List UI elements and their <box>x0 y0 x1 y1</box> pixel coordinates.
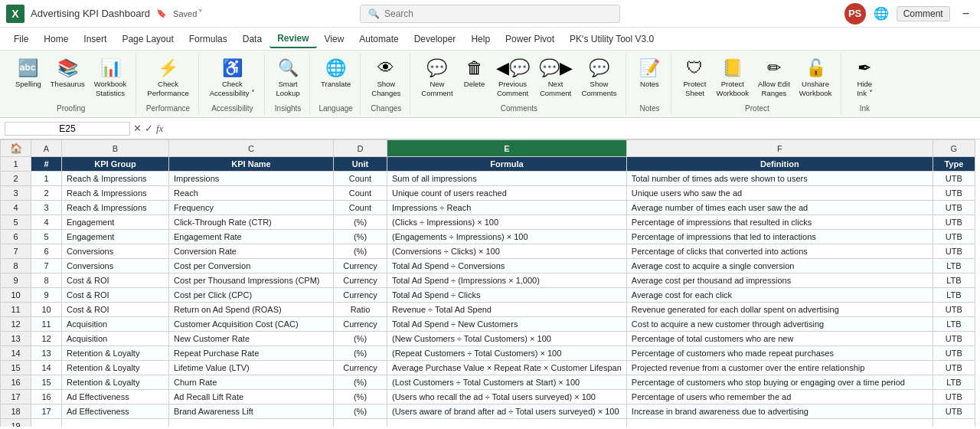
cell-type[interactable]: LTB <box>933 273 975 288</box>
cell-kpi-group[interactable]: Retention & Loyalty <box>62 361 169 375</box>
cell-formula[interactable]: (Lost Customers ÷ Total Customers at Sta… <box>387 375 627 390</box>
cell-empty[interactable] <box>334 419 387 427</box>
cell-kpi-name[interactable]: Brand Awareness Lift <box>169 404 334 419</box>
cell-kpi-group[interactable]: Ad Effectiveness <box>62 404 169 419</box>
cell-kpi-name[interactable]: Reach <box>169 186 334 201</box>
table-row[interactable]: 9 8 Cost & ROI Cost per Thousand Impress… <box>1 273 975 288</box>
cell-unit[interactable]: (%) <box>334 332 387 346</box>
table-row[interactable]: 17 16 Ad Effectiveness Ad Recall Lift Ra… <box>1 390 975 404</box>
cell-definition[interactable]: Percentage of total customers who are ne… <box>626 332 933 346</box>
cell-num[interactable]: 15 <box>31 375 62 390</box>
cell-kpi-group[interactable]: Conversions <box>62 259 169 273</box>
col-header-a[interactable]: A <box>31 140 62 157</box>
cell-unit[interactable]: (%) <box>334 346 387 361</box>
menu-item-view[interactable]: View <box>317 31 352 47</box>
cell-unit[interactable]: Currency <box>334 273 387 288</box>
insert-function-icon[interactable]: fx <box>156 123 163 135</box>
menu-item-home[interactable]: Home <box>36 31 76 47</box>
cell-kpi-group[interactable]: Reach & Impressions <box>62 172 169 186</box>
cell-num[interactable]: 6 <box>31 244 62 259</box>
cell-kpi-name[interactable]: Conversion Rate <box>169 244 334 259</box>
cell-formula[interactable]: Total Ad Spend ÷ Clicks <box>387 288 627 303</box>
cell-empty[interactable] <box>626 419 933 427</box>
cell-formula[interactable]: Average Purchase Value × Repeat Rate × C… <box>387 361 627 375</box>
cell-kpi-group[interactable]: Conversions <box>62 244 169 259</box>
table-row[interactable]: 6 5 Engagement Engagement Rate (%) (Enga… <box>1 230 975 244</box>
cell-unit[interactable]: (%) <box>334 244 387 259</box>
cell-empty[interactable] <box>387 419 627 427</box>
cell-formula[interactable]: Impressions ÷ Reach <box>387 201 627 215</box>
cell-kpi-group[interactable]: Engagement <box>62 230 169 244</box>
menu-item-help[interactable]: Help <box>463 31 498 47</box>
cell-num[interactable]: 7 <box>31 259 62 273</box>
table-row[interactable]: 11 10 Cost & ROI Return on Ad Spend (ROA… <box>1 303 975 317</box>
cell-unit[interactable]: (%) <box>334 215 387 230</box>
cell-kpi-group[interactable]: Acquisition <box>62 332 169 346</box>
cell-num[interactable]: 16 <box>31 390 62 404</box>
cell-formula[interactable]: Total Ad Spend ÷ (Impressions × 1,000) <box>387 273 627 288</box>
comment-button[interactable]: Comment <box>897 6 950 21</box>
cell-num[interactable]: 17 <box>31 404 62 419</box>
cell-kpi-name[interactable]: Return on Ad Spend (ROAS) <box>169 303 334 317</box>
ribbon-btn-check-accessibility-˅[interactable]: ♿Check Accessibility ˅ <box>207 57 258 99</box>
cell-kpi-name[interactable]: Frequency <box>169 201 334 215</box>
ribbon-btn-translate[interactable]: 🌐Translate <box>318 57 354 90</box>
cell-kpi-name[interactable]: Churn Rate <box>169 375 334 390</box>
cell-kpi-name[interactable]: Customer Acquisition Cost (CAC) <box>169 317 334 332</box>
menu-item-formulas[interactable]: Formulas <box>181 31 235 47</box>
cell-type[interactable]: LTB <box>933 288 975 303</box>
cell-num[interactable]: 14 <box>31 361 62 375</box>
ribbon-btn-allow-edit-ranges[interactable]: ✏Allow Edit Ranges <box>755 57 793 99</box>
cell-definition[interactable]: Percentage of customers who made repeat … <box>626 346 933 361</box>
table-row[interactable]: 4 3 Reach & Impressions Frequency Count … <box>1 201 975 215</box>
cell-definition[interactable]: Percentage of clicks that converted into… <box>626 244 933 259</box>
cell-kpi-group[interactable]: Retention & Loyalty <box>62 375 169 390</box>
cell-unit[interactable]: Currency <box>334 288 387 303</box>
cell-unit[interactable]: Currency <box>334 361 387 375</box>
menu-item-developer[interactable]: Developer <box>407 31 464 47</box>
cell-unit[interactable]: Count <box>334 201 387 215</box>
ribbon-btn-smart-lookup[interactable]: 🔍Smart Lookup <box>273 57 303 99</box>
cell-formula[interactable]: Sum of all impressions <box>387 172 627 186</box>
menu-item-pk's-utility-tool-v3.0[interactable]: PK's Utility Tool V3.0 <box>562 31 662 47</box>
cell-unit[interactable]: (%) <box>334 230 387 244</box>
cell-definition[interactable]: Cost to acquire a new customer through a… <box>626 317 933 332</box>
cell-formula[interactable]: (Clicks ÷ Impressions) × 100 <box>387 215 627 230</box>
cell-num[interactable]: 1 <box>31 172 62 186</box>
cell-type[interactable]: UTB <box>933 332 975 346</box>
table-row[interactable]: 10 9 Cost & ROI Cost per Click (CPC) Cur… <box>1 288 975 303</box>
cell-kpi-name[interactable]: Cost per Thousand Impressions (CPM) <box>169 273 334 288</box>
cell-unit[interactable]: (%) <box>334 390 387 404</box>
cell-definition[interactable]: Increase in brand awareness due to adver… <box>626 404 933 419</box>
cell-kpi-name[interactable]: Lifetime Value (LTV) <box>169 361 334 375</box>
cell-formula[interactable]: Revenue ÷ Total Ad Spend <box>387 303 627 317</box>
cell-unit[interactable]: Count <box>334 186 387 201</box>
col-header-g[interactable]: G <box>933 140 975 157</box>
cell-definition[interactable]: Percentage of customers who stop buying … <box>626 375 933 390</box>
cell-unit[interactable]: Currency <box>334 317 387 332</box>
cell-kpi-group[interactable]: Ad Effectiveness <box>62 390 169 404</box>
cell-kpi-group[interactable]: Cost & ROI <box>62 288 169 303</box>
table-row[interactable]: 16 15 Retention & Loyalty Churn Rate (%)… <box>1 375 975 390</box>
cell-num[interactable]: 9 <box>31 288 62 303</box>
table-row[interactable]: 8 7 Conversions Cost per Conversion Curr… <box>1 259 975 273</box>
cell-num[interactable]: 8 <box>31 273 62 288</box>
cell-type[interactable]: UTB <box>933 230 975 244</box>
menu-item-page-layout[interactable]: Page Layout <box>114 31 181 47</box>
cell-kpi-name[interactable]: Repeat Purchase Rate <box>169 346 334 361</box>
ribbon-btn-hide-ink-˅[interactable]: ✒Hide Ink ˅ <box>849 57 880 99</box>
cell-definition[interactable]: Total number of times ads were shown to … <box>626 172 933 186</box>
cell-formula[interactable]: Unique count of users reached <box>387 186 627 201</box>
cell-unit[interactable]: Count <box>334 172 387 186</box>
table-row[interactable]: 5 4 Engagement Click-Through Rate (CTR) … <box>1 215 975 230</box>
col-header-f[interactable]: F <box>626 140 933 157</box>
cell-formula[interactable]: (Engagements ÷ Impressions) × 100 <box>387 230 627 244</box>
ribbon-btn-show-comments[interactable]: 💬Show Comments <box>579 57 620 99</box>
search-bar[interactable]: 🔍 <box>360 5 620 23</box>
table-row[interactable]: 14 13 Retention & Loyalty Repeat Purchas… <box>1 346 975 361</box>
cell-empty[interactable] <box>933 419 975 427</box>
ribbon-btn-previous-comment[interactable]: ◀💬Previous Comment <box>493 57 533 99</box>
cell-unit[interactable]: (%) <box>334 375 387 390</box>
menu-item-data[interactable]: Data <box>235 31 270 47</box>
cell-kpi-group[interactable]: Cost & ROI <box>62 273 169 288</box>
